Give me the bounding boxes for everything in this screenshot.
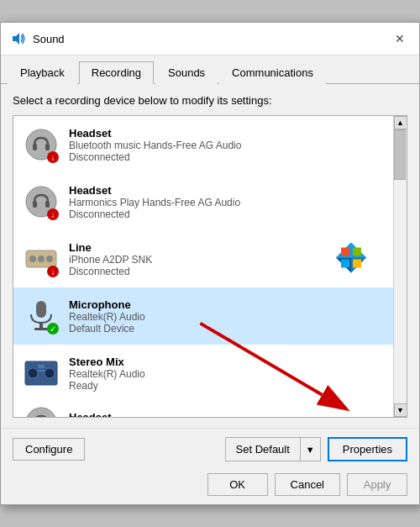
disconnect-badge: ↓: [47, 266, 59, 277]
configure-button[interactable]: Configure: [13, 438, 85, 461]
svg-point-10: [46, 256, 53, 262]
svg-rect-20: [353, 260, 361, 268]
tab-content: Select a recording device below to modif…: [1, 84, 419, 428]
svg-point-8: [29, 256, 36, 262]
svg-rect-6: [45, 201, 50, 208]
device-detail: Harmonics Play Hands-Free AG Audio: [69, 197, 385, 208]
scroll-up-button[interactable]: ▲: [394, 116, 407, 129]
device-icon-wrap: ↓: [22, 123, 60, 166]
scroll-down-button[interactable]: ▼: [394, 403, 407, 417]
set-default-dropdown-button[interactable]: ▼: [300, 437, 321, 461]
svg-point-25: [28, 368, 38, 378]
device-item-microphone[interactable]: ✓ Microphone Realtek(R) Audio Default De…: [13, 287, 393, 345]
device-detail: Realtek(R) Audio: [69, 368, 385, 380]
device-status: Disconnected: [69, 151, 385, 163]
default-properties-group: Set Default ▼ Properties: [225, 437, 407, 461]
device-detail: Realtek(R) Audio: [69, 311, 385, 323]
device-item-headset-veztron[interactable]: Headset VEZTRON NORDIC Hands-Free Audio: [13, 402, 393, 417]
svg-marker-0: [13, 33, 19, 45]
apply-button[interactable]: Apply: [347, 473, 407, 496]
ok-cancel-row: OK Cancel Apply: [1, 468, 419, 504]
device-name: Headset: [69, 184, 385, 197]
device-item-headset-harmonics[interactable]: ↓ Headset Harmonics Play Hands-Free AG A…: [13, 173, 393, 230]
device-name: Headset: [69, 127, 385, 140]
device-icon-wrap: [22, 402, 60, 417]
device-list-container: ↓ Headset Bluetooth music Hands-Free AG …: [13, 115, 407, 418]
scroll-track: [394, 129, 407, 403]
device-status: Disconnected: [69, 208, 385, 220]
ok-button[interactable]: OK: [207, 473, 268, 496]
device-icon-wrap: [22, 351, 60, 395]
tab-bar: Playback Recording Sounds Communications: [1, 55, 419, 84]
tab-sounds[interactable]: Sounds: [155, 61, 218, 84]
device-icon-wrap: ↓: [22, 180, 60, 224]
tab-communications[interactable]: Communications: [219, 61, 326, 84]
default-badge: ✓: [47, 323, 59, 335]
windows-logo: [334, 241, 368, 277]
device-status: Ready: [69, 380, 385, 392]
dialog-title: Sound: [33, 33, 65, 45]
svg-rect-28: [38, 370, 45, 372]
svg-rect-17: [341, 248, 349, 256]
disconnect-badge: ↓: [47, 208, 59, 220]
svg-rect-27: [38, 365, 45, 368]
cancel-button[interactable]: Cancel: [275, 473, 340, 496]
svg-rect-23: [34, 328, 48, 330]
titlebar: Sound ✕: [1, 23, 419, 55]
sound-dialog: Sound ✕ Playback Recording Sounds Commun…: [0, 22, 420, 505]
device-detail: Bluetooth music Hands-Free AG Audio: [69, 140, 385, 151]
device-name: Headset: [69, 411, 385, 418]
action-buttons-row: Configure Set Default ▼ Properties: [1, 428, 419, 468]
svg-rect-5: [33, 201, 37, 208]
set-default-button[interactable]: Set Default: [225, 437, 300, 461]
stereo-icon: [24, 358, 58, 388]
svg-point-26: [45, 368, 55, 378]
sound-icon: [11, 31, 26, 46]
device-info: Headset VEZTRON NORDIC Hands-Free Audio: [69, 411, 385, 418]
device-icon-wrap: ✓: [22, 294, 60, 338]
properties-button[interactable]: Properties: [328, 437, 407, 461]
device-list: ↓ Headset Bluetooth music Hands-Free AG …: [13, 116, 393, 417]
tab-recording[interactable]: Recording: [79, 61, 154, 84]
tab-playback[interactable]: Playback: [8, 61, 77, 84]
headset-icon: [24, 406, 58, 417]
svg-rect-2: [33, 144, 37, 150]
device-item-stereomix[interactable]: Stereo Mix Realtek(R) Audio Ready: [13, 345, 393, 402]
close-button[interactable]: ✕: [391, 29, 409, 48]
svg-rect-19: [341, 260, 349, 268]
svg-point-9: [38, 256, 45, 262]
scrollbar: ▲ ▼: [393, 116, 407, 417]
scroll-thumb[interactable]: [394, 129, 406, 180]
disconnect-badge: ↓: [47, 151, 59, 163]
svg-rect-3: [45, 144, 50, 150]
svg-rect-22: [39, 323, 43, 328]
device-item-headset-bluetooth[interactable]: ↓ Headset Bluetooth music Hands-Free AG …: [13, 116, 393, 173]
svg-rect-18: [353, 248, 361, 256]
titlebar-left: Sound: [11, 31, 65, 46]
svg-rect-21: [36, 301, 46, 318]
device-icon-wrap: ↓: [22, 237, 60, 281]
device-name: Stereo Mix: [69, 356, 385, 368]
device-item-line[interactable]: ↓ Line iPhone A2DP SNK Disconnected: [13, 230, 393, 287]
device-info: Headset Bluetooth music Hands-Free AG Au…: [69, 127, 385, 163]
device-name: Microphone: [69, 298, 385, 311]
instruction-text: Select a recording device below to modif…: [13, 94, 407, 107]
device-status: Default Device: [69, 323, 385, 335]
device-info: Headset Harmonics Play Hands-Free AG Aud…: [69, 184, 385, 220]
device-info: Stereo Mix Realtek(R) Audio Ready: [69, 356, 385, 392]
device-info: Microphone Realtek(R) Audio Default Devi…: [69, 298, 385, 335]
